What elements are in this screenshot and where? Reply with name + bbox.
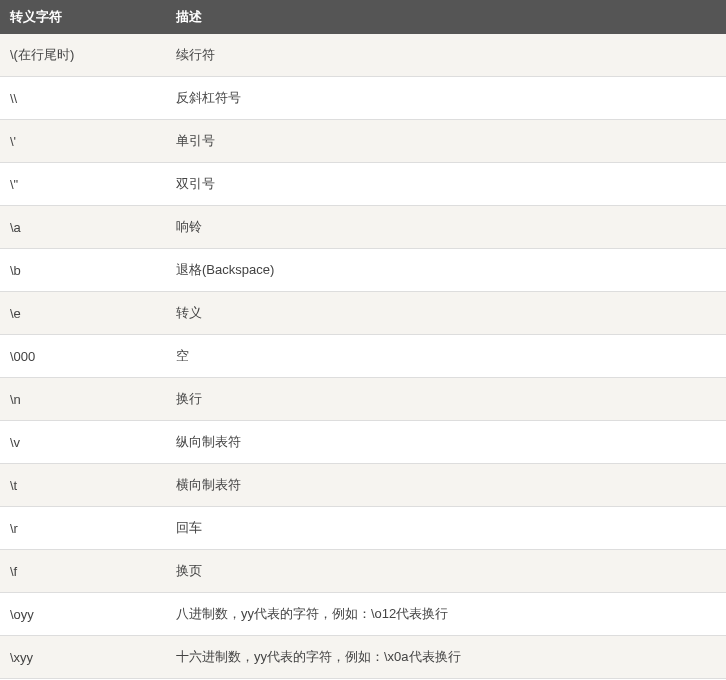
table-row: \\ 反斜杠符号 [0,77,726,120]
escape-char-cell: \xyy [0,636,166,679]
table-row: \t 横向制表符 [0,464,726,507]
table-row: \xyy 十六进制数，yy代表的字符，例如：\x0a代表换行 [0,636,726,679]
escape-char-cell: \a [0,206,166,249]
description-cell: 响铃 [166,206,726,249]
escape-chars-table: 转义字符 描述 \(在行尾时) 续行符 \\ 反斜杠符号 \' 单引号 \" 双… [0,0,726,680]
description-cell: 横向制表符 [166,464,726,507]
table-header-row: 转义字符 描述 [0,0,726,34]
escape-char-cell: \r [0,507,166,550]
escape-char-cell: \t [0,464,166,507]
escape-char-cell: \v [0,421,166,464]
description-cell: 回车 [166,507,726,550]
table-row: \f 换页 [0,550,726,593]
description-cell: 转义 [166,292,726,335]
table-row: \r 回车 [0,507,726,550]
description-cell: 退格(Backspace) [166,249,726,292]
table-row: \e 转义 [0,292,726,335]
escape-char-cell: \f [0,550,166,593]
table-row: \v 纵向制表符 [0,421,726,464]
escape-char-cell: \oyy [0,593,166,636]
table-row: \" 双引号 [0,163,726,206]
description-cell: 纵向制表符 [166,421,726,464]
description-cell: 换行 [166,378,726,421]
table-row: \n 换行 [0,378,726,421]
table-row: \(在行尾时) 续行符 [0,34,726,77]
description-cell: 反斜杠符号 [166,77,726,120]
escape-char-cell: \' [0,120,166,163]
table-row: \000 空 [0,335,726,378]
escape-char-cell: \(在行尾时) [0,34,166,77]
escape-char-cell: \\ [0,77,166,120]
table-row: \b 退格(Backspace) [0,249,726,292]
escape-char-cell: \b [0,249,166,292]
description-cell: 换页 [166,550,726,593]
table-row: \oyy 八进制数，yy代表的字符，例如：\o12代表换行 [0,593,726,636]
description-cell: 单引号 [166,120,726,163]
description-cell: 八进制数，yy代表的字符，例如：\o12代表换行 [166,593,726,636]
escape-char-cell: \n [0,378,166,421]
escape-char-cell: \e [0,292,166,335]
escape-char-cell: \000 [0,335,166,378]
table-row: \a 响铃 [0,206,726,249]
description-cell: 空 [166,335,726,378]
header-escape-char: 转义字符 [0,0,166,34]
table-body: \(在行尾时) 续行符 \\ 反斜杠符号 \' 单引号 \" 双引号 \a 响铃… [0,34,726,680]
header-description: 描述 [166,0,726,34]
description-cell: 续行符 [166,34,726,77]
description-cell: 十六进制数，yy代表的字符，例如：\x0a代表换行 [166,636,726,679]
table-row: \' 单引号 [0,120,726,163]
description-cell: 双引号 [166,163,726,206]
escape-char-cell: \" [0,163,166,206]
